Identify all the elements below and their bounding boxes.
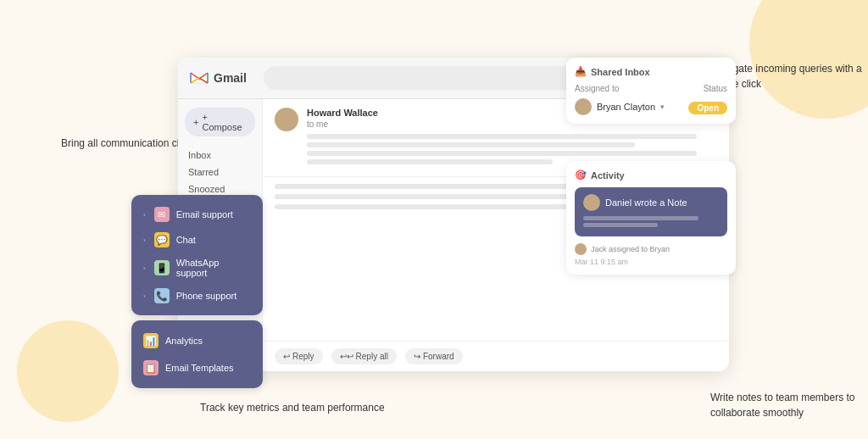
templates-icon: 📋 [143,360,159,375]
gmail-m-icon [190,71,209,85]
reply-button[interactable]: ↩ Reply [275,348,323,364]
sidebar-inbox[interactable]: Inbox [185,147,255,164]
activity-title: 🎯 Activity [575,169,727,181]
forward-icon: ↪ [414,352,420,361]
email-body-line-3 [307,151,697,156]
email-templates-label: Email Templates [165,363,234,373]
gmail-search-bar[interactable] [264,66,580,90]
compose-label: + Compose [202,112,247,132]
assign-date: Mar 11 9:15 am [575,258,727,266]
chat-icon: 💬 [154,232,170,247]
status-label: Status [704,84,727,93]
whatsapp-label: WhatsApp support [176,258,251,278]
annotation-bottom-right: Write notes to team members to collabora… [710,390,868,420]
reply-icon: ↩ [283,352,290,361]
chevron-icon-2: › [143,236,146,244]
assign-info: Jack assigned to Bryan [575,243,727,255]
channels-menu: › ✉ Email support › 💬 Chat › 📱 WhatsApp … [131,195,263,315]
forward-label: Forward [423,352,454,361]
assignee-name: Bryan Clayton [597,102,655,112]
assignee-avatar [575,98,592,115]
reply-all-icon: ↩↩ [340,352,353,361]
note-line-2 [583,223,658,227]
status-badge: Open [688,102,727,114]
menu-item-chat[interactable]: › 💬 Chat [131,227,263,253]
jack-avatar [575,243,587,255]
analytics-label: Analytics [165,336,203,346]
note-header: Daniel wrote a Note [583,194,719,211]
activity-icon: 🎯 [575,169,587,181]
reply-all-button[interactable]: ↩↩ Reply all [331,348,397,364]
reply-label: Reply [292,352,314,361]
note-text: Daniel wrote a Note [605,197,687,208]
chevron-icon-3: › [143,264,146,272]
email-body-line-2 [307,142,635,147]
chevron-icon-4: › [143,292,146,300]
assign-status-row: Assigned to Status [575,84,727,93]
email-support-label: Email support [176,209,233,220]
analytics-icon: 📊 [143,333,159,348]
decorative-blob-1 [749,0,868,119]
compose-button[interactable]: + + Compose [185,108,255,136]
shared-inbox-title: 📥 Shared Inbox [575,66,727,77]
activity-panel: 🎯 Activity Daniel wrote a Note Jack assi… [566,161,736,275]
tools-menu: 📊 Analytics 📋 Email Templates [131,320,263,388]
chat-label: Chat [176,235,196,245]
email-body-line-1 [307,134,697,139]
phone-icon: 📞 [154,288,170,303]
shared-inbox-icon: 📥 [575,66,587,77]
reply-all-label: Reply all [356,352,388,361]
forward-button[interactable]: ↪ Forward [405,348,463,364]
annotation-bottom-center: Track key metrics and team performance [200,400,385,415]
note-line-1 [583,216,698,220]
gmail-title: Gmail [214,71,247,85]
menu-item-email-support[interactable]: › ✉ Email support [131,202,263,227]
menu-item-email-templates[interactable]: 📋 Email Templates [131,354,263,381]
reply-bar: ↩ Reply ↩↩ Reply all ↪ Forward [263,341,729,371]
sidebar-starred[interactable]: Starred [185,164,255,181]
assigned-to-label: Assigned to [575,84,619,93]
assign-text: Jack assigned to Bryan [591,245,670,253]
assignee-row: Bryan Clayton ▾ Open [575,98,727,115]
menu-item-whatsapp[interactable]: › 📱 WhatsApp support [131,253,263,283]
shared-inbox-panel: 📥 Shared Inbox Assigned to Status Bryan … [566,58,736,124]
gmail-logo: Gmail [190,71,247,85]
email-support-icon: ✉ [154,207,170,222]
chevron-icon: › [143,211,146,219]
email-body-line-4 [307,159,553,164]
assignee-dropdown-icon[interactable]: ▾ [660,103,665,111]
note-card: Daniel wrote a Note [575,187,727,236]
phone-label: Phone support [176,291,237,301]
menu-item-analytics[interactable]: 📊 Analytics [131,327,263,354]
sender-avatar [275,108,298,131]
compose-plus-icon: + [193,117,198,127]
daniel-avatar [583,194,600,211]
whatsapp-icon: 📱 [154,260,170,275]
decorative-blob-2 [17,320,119,422]
menu-item-phone[interactable]: › 📞 Phone support [131,283,263,308]
